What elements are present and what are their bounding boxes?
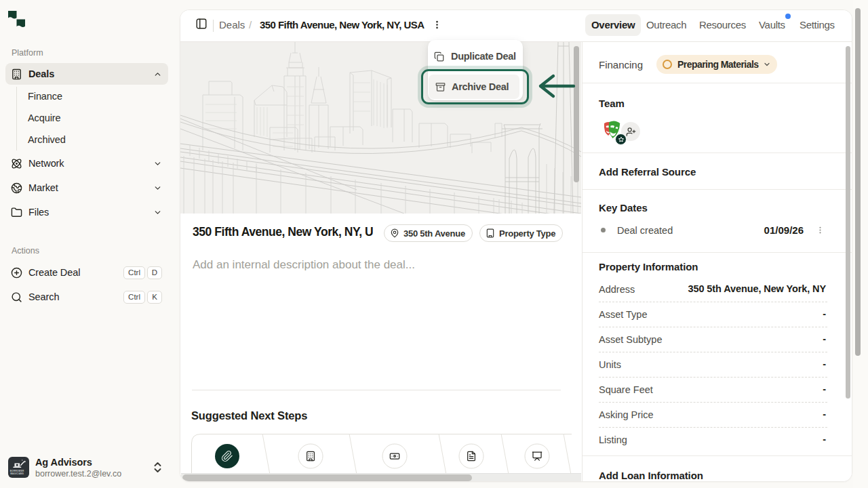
svg-text:MAGICIANS: MAGICIANS bbox=[10, 472, 24, 475]
